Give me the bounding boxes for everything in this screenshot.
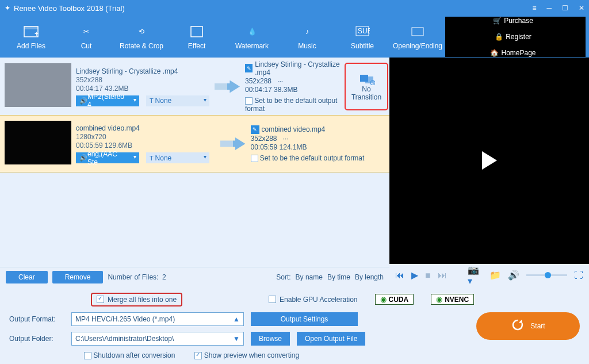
file-row[interactable]: combined video.mp4 1280x720 00:05:59 129… <box>0 115 389 173</box>
merge-files-checkbox-highlight: Merge all files into one <box>91 293 182 306</box>
app-logo-icon: ✦ <box>5 4 10 12</box>
svg-text:SUB: SUB <box>358 27 370 35</box>
player-next-button[interactable]: ⏭ <box>438 270 447 281</box>
options-icon[interactable]: ≡ <box>532 4 536 12</box>
subtitle-dropdown[interactable]: T None <box>146 152 209 163</box>
subtitle-icon: SUB <box>354 24 370 40</box>
lock-icon: 🔒 <box>495 33 503 41</box>
pencil-icon[interactable]: ✎ <box>245 64 253 72</box>
start-button[interactable]: Start <box>476 312 580 340</box>
file-count-label: Number of Files: 2 <box>108 273 166 281</box>
show-preview-checkbox[interactable] <box>194 352 202 359</box>
nvenc-badge: ◉NVENC <box>431 294 474 305</box>
volume-icon[interactable]: 🔊 <box>508 270 519 281</box>
svg-rect-6 <box>412 28 423 36</box>
preview-panel[interactable] <box>389 58 589 264</box>
opening-icon <box>410 24 426 40</box>
cut-button[interactable]: ✂Cut <box>59 18 114 55</box>
gpu-accel-checkbox[interactable] <box>269 296 276 303</box>
home-icon: 🏠 <box>490 49 499 57</box>
file-thumbnail <box>5 63 71 107</box>
opening-ending-button[interactable]: Opening/Ending <box>390 18 445 55</box>
file-duration-size: 00:04:17 43.2MB <box>76 85 209 93</box>
window-title: Renee Video Toolbox 2018 (Trial) <box>14 4 532 13</box>
file-name: combined video.mp4 <box>76 124 215 132</box>
output-format-dropdown[interactable]: MP4 HEVC/H.265 Video (*.mp4)▲ <box>71 312 244 326</box>
arrow-icon <box>209 58 245 115</box>
rotate-crop-button[interactable]: ⟲Rotate & Crop <box>114 18 169 55</box>
scissors-icon: ✂ <box>78 24 94 40</box>
subtitle-dropdown[interactable]: T None <box>146 95 209 106</box>
refresh-icon <box>511 318 525 334</box>
snapshot-button[interactable]: 📷▾ <box>468 265 483 286</box>
default-format-checkbox[interactable] <box>245 97 253 105</box>
pencil-icon[interactable]: ✎ <box>251 125 259 134</box>
add-files-icon: + <box>23 24 39 40</box>
browse-button[interactable]: Browse <box>251 332 290 346</box>
default-format-checkbox[interactable] <box>251 155 258 162</box>
cuda-badge: ◉CUDA <box>375 294 414 305</box>
transition-icon: + <box>358 72 375 85</box>
open-folder-icon[interactable]: 📁 <box>489 270 501 281</box>
transition-button[interactable]: + No Transition <box>345 63 388 110</box>
svg-text:+: + <box>372 78 376 85</box>
output-file-name: Lindsey Stirling - Crystallize .mp4 <box>255 60 345 76</box>
watermark-button[interactable]: 💧Watermark <box>224 18 280 55</box>
volume-slider[interactable] <box>526 274 567 276</box>
file-row[interactable]: Lindsey Stirling - Crystallize .mp4 352x… <box>0 58 389 115</box>
svg-rect-1 <box>24 26 38 29</box>
player-stop-button[interactable]: ■ <box>425 270 431 281</box>
output-folder-dropdown[interactable]: C:\Users\Administrator\Desktop\▼ <box>71 332 244 346</box>
minimize-icon[interactable]: ─ <box>546 4 552 12</box>
fullscreen-icon[interactable]: ⛶ <box>574 270 583 281</box>
sort-by-name[interactable]: By name <box>296 273 323 281</box>
audio-track-dropdown[interactable]: 🔊 eng,(AAC Ste <box>76 152 139 163</box>
output-folder-label: Output Folder: <box>9 335 64 343</box>
crop-icon: ⟲ <box>133 24 150 40</box>
watermark-icon: 💧 <box>244 24 260 40</box>
sort-label: Sort: <box>276 273 290 281</box>
music-icon: ♪ <box>299 24 315 40</box>
close-icon[interactable]: ✕ <box>579 4 584 12</box>
arrow-icon <box>215 116 251 172</box>
output-file-name: combined video.mp4 <box>262 125 326 133</box>
play-icon <box>482 151 497 170</box>
open-output-folder-button[interactable]: Open Output File <box>297 332 365 346</box>
svg-text:+: + <box>35 30 39 38</box>
merge-files-checkbox[interactable] <box>97 296 104 303</box>
effect-icon <box>189 24 205 40</box>
sort-by-time[interactable]: By time <box>327 273 350 281</box>
file-resolution: 352x288 <box>76 76 209 84</box>
cart-icon: 🛒 <box>493 17 502 25</box>
player-prev-button[interactable]: ⏮ <box>395 270 404 281</box>
file-name: Lindsey Stirling - Crystallize .mp4 <box>76 67 209 75</box>
svg-rect-3 <box>191 26 202 37</box>
player-play-button[interactable]: ▶ <box>411 270 418 281</box>
file-thumbnail <box>5 121 71 164</box>
maximize-icon[interactable]: ☐ <box>562 4 568 12</box>
shutdown-checkbox[interactable] <box>84 352 91 359</box>
clear-button[interactable]: Clear <box>6 271 48 283</box>
effect-button[interactable]: Effect <box>169 18 224 55</box>
output-format-label: Output Format: <box>9 315 64 323</box>
register-link[interactable]: 🔒Register <box>495 33 531 41</box>
add-files-button[interactable]: +Add Files <box>3 18 59 55</box>
subtitle-button[interactable]: SUBSubtitle <box>335 18 390 55</box>
homepage-link[interactable]: 🏠HomePage <box>490 49 536 57</box>
audio-track-dropdown[interactable]: 🔊 MP2(Stereo 4 <box>76 95 139 106</box>
sort-by-length[interactable]: By length <box>355 273 384 281</box>
output-settings-button[interactable]: Output Settings <box>251 312 358 326</box>
music-button[interactable]: ♪Music <box>280 18 335 55</box>
remove-button[interactable]: Remove <box>52 271 104 283</box>
purchase-link[interactable]: 🛒Purchase <box>493 17 533 25</box>
